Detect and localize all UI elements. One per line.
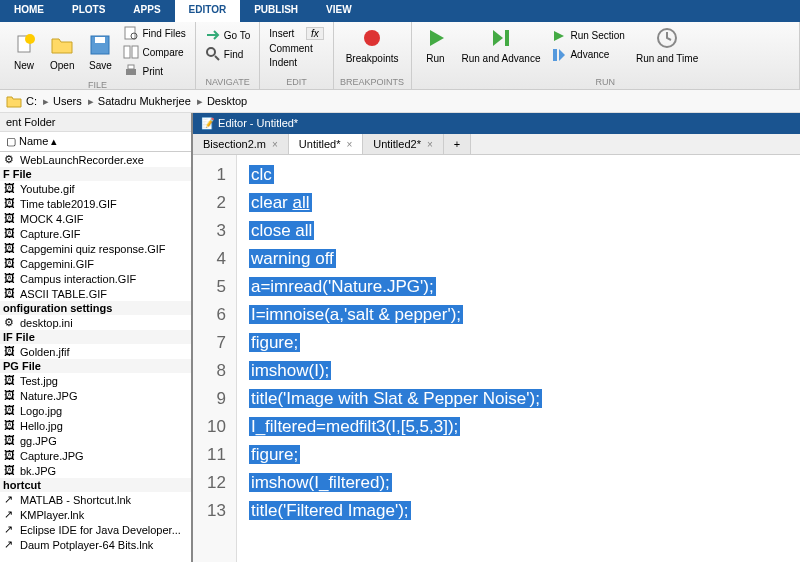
- code-line[interactable]: figure;: [249, 329, 788, 357]
- indent-button[interactable]: Indent: [266, 56, 326, 69]
- folder-item[interactable]: 🖼MOCK 4.GIF: [0, 211, 191, 226]
- folder-item[interactable]: ↗Daum Potplayer-64 Bits.lnk: [0, 537, 191, 552]
- file-name: Daum Potplayer-64 Bits.lnk: [20, 539, 153, 551]
- folder-item[interactable]: 🖼Campus interaction.GIF: [0, 271, 191, 286]
- tab-publish[interactable]: PUBLISH: [240, 0, 312, 22]
- folder-panel-title: ent Folder: [0, 113, 191, 132]
- svg-rect-6: [124, 46, 130, 58]
- advance-button[interactable]: Advance: [548, 46, 627, 64]
- file-icon: 🖼: [4, 374, 17, 387]
- folder-item[interactable]: 🖼Time table2019.GIF: [0, 196, 191, 211]
- folder-item[interactable]: ↗KMPlayer.lnk: [0, 507, 191, 522]
- file-icon: 🖼: [4, 419, 17, 432]
- open-button[interactable]: Open: [44, 31, 80, 73]
- print-button[interactable]: Print: [120, 62, 188, 80]
- run-time-button[interactable]: Run and Time: [630, 24, 704, 66]
- folder-item[interactable]: 🖼Hello.jpg: [0, 418, 191, 433]
- file-name: Capgemini quiz response.GIF: [20, 243, 166, 255]
- folder-nav-icon[interactable]: [6, 93, 22, 109]
- editor-tab[interactable]: Bisection2.m×: [193, 134, 289, 154]
- file-icon: 🖼: [4, 449, 17, 462]
- code-area[interactable]: 12345678910111213 clcclear allclose allw…: [193, 155, 800, 562]
- folder-header[interactable]: ▢ Name ▴: [0, 132, 191, 152]
- tab-view[interactable]: VIEW: [312, 0, 366, 22]
- code-line[interactable]: a=imread('Nature.JPG');: [249, 273, 788, 301]
- goto-button[interactable]: Go To: [202, 26, 254, 44]
- breakpoints-button[interactable]: Breakpoints: [340, 24, 405, 66]
- folder-item[interactable]: 🖼gg.JPG: [0, 433, 191, 448]
- breadcrumb-seg[interactable]: Users: [53, 95, 94, 108]
- file-icon: 🖼: [4, 345, 17, 358]
- folder-item[interactable]: 🖼Test.jpg: [0, 373, 191, 388]
- code-line[interactable]: imshow(I_filtered);: [249, 469, 788, 497]
- fx-icon[interactable]: fx: [306, 27, 324, 40]
- insert-button[interactable]: Insert fx: [266, 26, 326, 41]
- editor-tab[interactable]: Untitled2*×: [363, 134, 444, 154]
- tab-home[interactable]: HOME: [0, 0, 58, 22]
- editor-tab[interactable]: Untitled*×: [289, 134, 363, 154]
- breadcrumb-seg[interactable]: Satadru Mukherjee: [98, 95, 203, 108]
- code-content[interactable]: clcclear allclose allwarning offa=imread…: [237, 155, 800, 562]
- compare-button[interactable]: Compare: [120, 43, 188, 61]
- file-icon: 🖼: [4, 389, 17, 402]
- folder-item[interactable]: 🖼Capture.JPG: [0, 448, 191, 463]
- folder-item[interactable]: 🖼Capgemini quiz response.GIF: [0, 241, 191, 256]
- run-advance-button[interactable]: Run and Advance: [456, 24, 547, 66]
- file-name: Capture.JPG: [20, 450, 84, 462]
- find-files-button[interactable]: Find Files: [120, 24, 188, 42]
- file-icon: 🖼: [4, 182, 17, 195]
- comment-button[interactable]: Comment: [266, 42, 326, 55]
- code-line[interactable]: clear all: [249, 189, 788, 217]
- breadcrumb-seg[interactable]: C:: [26, 95, 49, 108]
- code-line[interactable]: clc: [249, 161, 788, 189]
- code-line[interactable]: title('Filtered Image');: [249, 497, 788, 525]
- breadcrumb[interactable]: C: Users Satadru Mukherjee Desktop: [0, 90, 800, 113]
- folder-item[interactable]: ⚙desktop.ini: [0, 315, 191, 330]
- close-icon[interactable]: ×: [272, 139, 278, 150]
- code-line[interactable]: figure;: [249, 441, 788, 469]
- save-button[interactable]: Save: [82, 31, 118, 73]
- folder-item[interactable]: 🖼Youtube.gif: [0, 181, 191, 196]
- folder-item[interactable]: 🖼Logo.jpg: [0, 403, 191, 418]
- file-icon: 🖼: [4, 272, 17, 285]
- folder-item[interactable]: 🖼Nature.JPG: [0, 388, 191, 403]
- file-name: bk.JPG: [20, 465, 56, 477]
- compare-icon: [123, 44, 139, 60]
- find-button[interactable]: Find: [202, 45, 254, 63]
- close-icon[interactable]: ×: [427, 139, 433, 150]
- tab-plots[interactable]: PLOTS: [58, 0, 119, 22]
- code-line[interactable]: imshow(I);: [249, 357, 788, 385]
- folder-item[interactable]: 🖼Capture.GIF: [0, 226, 191, 241]
- folder-item[interactable]: ↗MATLAB - Shortcut.lnk: [0, 492, 191, 507]
- folder-item[interactable]: 🖼ASCII TABLE.GIF: [0, 286, 191, 301]
- run-section-button[interactable]: Run Section: [548, 27, 627, 45]
- file-icon: 🖼: [4, 197, 17, 210]
- code-line[interactable]: I_filtered=medfilt3(I,[5,5,3]);: [249, 413, 788, 441]
- folder-item[interactable]: ⚙WebLaunchRecorder.exe: [0, 152, 191, 167]
- folder-list[interactable]: ⚙WebLaunchRecorder.exeF File🖼Youtube.gif…: [0, 152, 191, 562]
- folder-item[interactable]: 🖼bk.JPG: [0, 463, 191, 478]
- code-line[interactable]: title('Image with Slat & Pepper Noise');: [249, 385, 788, 413]
- run-button[interactable]: Run: [418, 24, 454, 66]
- new-button[interactable]: New: [6, 31, 42, 73]
- find-files-icon: [123, 25, 139, 41]
- file-name: Test.jpg: [20, 375, 58, 387]
- svg-rect-9: [128, 65, 134, 69]
- folder-panel: ent Folder ▢ Name ▴ ⚙WebLaunchRecorder.e…: [0, 113, 193, 562]
- close-icon[interactable]: ×: [346, 139, 352, 150]
- folder-item[interactable]: 🖼Capgemini.GIF: [0, 256, 191, 271]
- svg-point-10: [207, 48, 215, 56]
- file-icon: 🖼: [4, 404, 17, 417]
- code-line[interactable]: close all: [249, 217, 788, 245]
- tab-editor[interactable]: EDITOR: [175, 0, 241, 22]
- svg-line-11: [215, 56, 219, 60]
- code-line[interactable]: warning off: [249, 245, 788, 273]
- code-line[interactable]: I=imnoise(a,'salt & pepper');: [249, 301, 788, 329]
- tab-apps[interactable]: APPS: [119, 0, 174, 22]
- folder-item[interactable]: 🖼Golden.jfif: [0, 344, 191, 359]
- folder-item[interactable]: ↗Eclipse IDE for Java Developer...: [0, 522, 191, 537]
- file-name: Youtube.gif: [20, 183, 75, 195]
- file-icon: ↗: [4, 523, 17, 536]
- new-tab-button[interactable]: +: [444, 134, 471, 154]
- breadcrumb-seg[interactable]: Desktop: [207, 95, 250, 107]
